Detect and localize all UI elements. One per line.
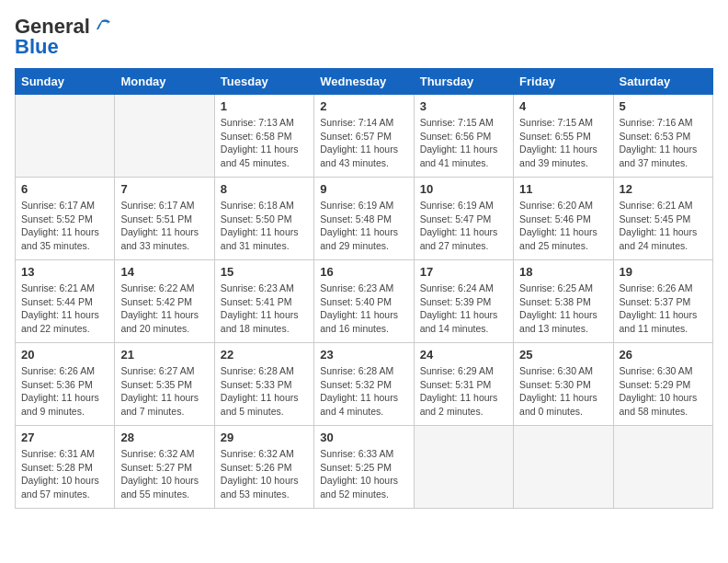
day-info: Sunrise: 6:23 AM Sunset: 5:41 PM Dayligh… (221, 282, 308, 336)
logo-bird-icon (92, 17, 112, 37)
calendar-cell-w0d4: 3Sunrise: 7:15 AM Sunset: 6:56 PM Daylig… (414, 95, 513, 178)
day-number: 10 (420, 182, 507, 196)
calendar-cell-w0d3: 2Sunrise: 7:14 AM Sunset: 6:57 PM Daylig… (314, 95, 414, 178)
calendar-cell-w2d6: 19Sunrise: 6:26 AM Sunset: 5:37 PM Dayli… (613, 260, 712, 343)
day-number: 5 (620, 99, 707, 113)
day-number: 11 (519, 182, 607, 196)
day-number: 12 (620, 182, 707, 196)
day-info: Sunrise: 6:26 AM Sunset: 5:36 PM Dayligh… (21, 364, 108, 419)
calendar-cell-w3d6: 26Sunrise: 6:30 AM Sunset: 5:29 PM Dayli… (613, 343, 712, 426)
calendar-cell-w1d1: 7Sunrise: 6:17 AM Sunset: 5:51 PM Daylig… (115, 178, 214, 260)
day-number: 8 (221, 182, 308, 196)
day-info: Sunrise: 6:32 AM Sunset: 5:26 PM Dayligh… (221, 447, 308, 501)
calendar-cell-w1d6: 12Sunrise: 6:21 AM Sunset: 5:45 PM Dayli… (613, 178, 712, 260)
calendar-cell-w1d0: 6Sunrise: 6:17 AM Sunset: 5:52 PM Daylig… (16, 178, 115, 260)
calendar-cell-w1d3: 9Sunrise: 6:19 AM Sunset: 5:48 PM Daylig… (314, 178, 414, 260)
weekday-header-monday: Monday (115, 69, 214, 95)
calendar-cell-w2d4: 17Sunrise: 6:24 AM Sunset: 5:39 PM Dayli… (414, 260, 513, 343)
day-number: 7 (120, 182, 208, 196)
calendar-cell-w1d2: 8Sunrise: 6:18 AM Sunset: 5:50 PM Daylig… (214, 178, 313, 260)
page-header: General Blue (15, 15, 713, 59)
logo-blue-text: Blue (15, 35, 59, 59)
day-info: Sunrise: 6:22 AM Sunset: 5:42 PM Dayligh… (120, 282, 208, 336)
day-info: Sunrise: 6:24 AM Sunset: 5:39 PM Dayligh… (420, 282, 507, 336)
day-info: Sunrise: 7:16 AM Sunset: 6:53 PM Dayligh… (620, 116, 707, 170)
logo: General Blue (15, 15, 112, 59)
day-number: 19 (620, 265, 707, 279)
day-info: Sunrise: 6:21 AM Sunset: 5:44 PM Dayligh… (21, 282, 108, 336)
day-number: 18 (519, 265, 607, 279)
day-number: 13 (21, 265, 108, 279)
day-info: Sunrise: 6:21 AM Sunset: 5:45 PM Dayligh… (620, 199, 707, 253)
weekday-header-wednesday: Wednesday (314, 69, 414, 95)
day-info: Sunrise: 7:14 AM Sunset: 6:57 PM Dayligh… (320, 116, 407, 170)
day-info: Sunrise: 6:27 AM Sunset: 5:35 PM Dayligh… (120, 364, 208, 419)
day-number: 20 (21, 348, 108, 362)
calendar-cell-w4d5 (514, 426, 613, 509)
day-info: Sunrise: 7:15 AM Sunset: 6:56 PM Dayligh… (420, 116, 507, 170)
day-number: 28 (120, 431, 208, 444)
day-info: Sunrise: 6:28 AM Sunset: 5:32 PM Dayligh… (320, 364, 407, 419)
calendar-cell-w3d2: 22Sunrise: 6:28 AM Sunset: 5:33 PM Dayli… (214, 343, 313, 426)
weekday-header-sunday: Sunday (16, 69, 115, 95)
calendar-cell-w4d0: 27Sunrise: 6:31 AM Sunset: 5:28 PM Dayli… (16, 426, 115, 509)
day-number: 6 (21, 182, 108, 196)
day-number: 2 (320, 99, 407, 113)
weekday-header-saturday: Saturday (613, 69, 712, 95)
weekday-header-friday: Friday (514, 69, 613, 95)
day-info: Sunrise: 7:15 AM Sunset: 6:55 PM Dayligh… (519, 116, 607, 170)
day-info: Sunrise: 6:19 AM Sunset: 5:47 PM Dayligh… (420, 199, 507, 253)
day-number: 17 (420, 265, 507, 279)
day-info: Sunrise: 7:13 AM Sunset: 6:58 PM Dayligh… (221, 116, 308, 170)
day-info: Sunrise: 6:17 AM Sunset: 5:52 PM Dayligh… (21, 199, 108, 253)
day-info: Sunrise: 6:31 AM Sunset: 5:28 PM Dayligh… (21, 447, 108, 501)
day-number: 14 (120, 265, 208, 279)
day-number: 24 (420, 348, 507, 362)
day-number: 26 (620, 348, 707, 362)
calendar-cell-w0d6: 5Sunrise: 7:16 AM Sunset: 6:53 PM Daylig… (613, 95, 712, 178)
calendar-cell-w3d3: 23Sunrise: 6:28 AM Sunset: 5:32 PM Dayli… (314, 343, 414, 426)
day-info: Sunrise: 6:30 AM Sunset: 5:29 PM Dayligh… (620, 364, 707, 419)
day-info: Sunrise: 6:33 AM Sunset: 5:25 PM Dayligh… (320, 447, 407, 501)
day-info: Sunrise: 6:25 AM Sunset: 5:38 PM Dayligh… (519, 282, 607, 336)
day-info: Sunrise: 6:28 AM Sunset: 5:33 PM Dayligh… (221, 364, 308, 419)
day-info: Sunrise: 6:23 AM Sunset: 5:40 PM Dayligh… (320, 282, 407, 336)
day-info: Sunrise: 6:17 AM Sunset: 5:51 PM Dayligh… (120, 199, 208, 253)
day-number: 29 (221, 431, 308, 444)
calendar-cell-w2d2: 15Sunrise: 6:23 AM Sunset: 5:41 PM Dayli… (214, 260, 313, 343)
day-info: Sunrise: 6:29 AM Sunset: 5:31 PM Dayligh… (420, 364, 507, 419)
calendar-cell-w1d4: 10Sunrise: 6:19 AM Sunset: 5:47 PM Dayli… (414, 178, 513, 260)
day-number: 21 (120, 348, 208, 362)
weekday-header-thursday: Thursday (414, 69, 513, 95)
day-info: Sunrise: 6:30 AM Sunset: 5:30 PM Dayligh… (519, 364, 607, 419)
calendar-cell-w4d4 (414, 426, 513, 509)
calendar-cell-w2d3: 16Sunrise: 6:23 AM Sunset: 5:40 PM Dayli… (314, 260, 414, 343)
calendar-cell-w2d5: 18Sunrise: 6:25 AM Sunset: 5:38 PM Dayli… (514, 260, 613, 343)
calendar-cell-w2d1: 14Sunrise: 6:22 AM Sunset: 5:42 PM Dayli… (115, 260, 214, 343)
calendar-cell-w0d0 (16, 95, 115, 178)
day-info: Sunrise: 6:18 AM Sunset: 5:50 PM Dayligh… (221, 199, 308, 253)
calendar-cell-w3d1: 21Sunrise: 6:27 AM Sunset: 5:35 PM Dayli… (115, 343, 214, 426)
calendar-cell-w4d6 (613, 426, 712, 509)
calendar-cell-w2d0: 13Sunrise: 6:21 AM Sunset: 5:44 PM Dayli… (16, 260, 115, 343)
calendar-table: SundayMondayTuesdayWednesdayThursdayFrid… (15, 68, 713, 509)
day-info: Sunrise: 6:20 AM Sunset: 5:46 PM Dayligh… (519, 199, 607, 253)
day-number: 1 (221, 99, 308, 113)
day-number: 15 (221, 265, 308, 279)
calendar-cell-w1d5: 11Sunrise: 6:20 AM Sunset: 5:46 PM Dayli… (514, 178, 613, 260)
day-number: 23 (320, 348, 407, 362)
calendar-cell-w0d5: 4Sunrise: 7:15 AM Sunset: 6:55 PM Daylig… (514, 95, 613, 178)
calendar-cell-w0d2: 1Sunrise: 7:13 AM Sunset: 6:58 PM Daylig… (214, 95, 313, 178)
day-number: 22 (221, 348, 308, 362)
day-number: 9 (320, 182, 407, 196)
day-info: Sunrise: 6:32 AM Sunset: 5:27 PM Dayligh… (120, 447, 208, 501)
day-number: 30 (320, 431, 407, 444)
calendar-cell-w4d2: 29Sunrise: 6:32 AM Sunset: 5:26 PM Dayli… (214, 426, 313, 509)
calendar-cell-w0d1 (115, 95, 214, 178)
day-number: 3 (420, 99, 507, 113)
calendar-cell-w4d3: 30Sunrise: 6:33 AM Sunset: 5:25 PM Dayli… (314, 426, 414, 509)
calendar-cell-w3d5: 25Sunrise: 6:30 AM Sunset: 5:30 PM Dayli… (514, 343, 613, 426)
day-info: Sunrise: 6:26 AM Sunset: 5:37 PM Dayligh… (620, 282, 707, 336)
day-number: 4 (519, 99, 607, 113)
day-number: 16 (320, 265, 407, 279)
